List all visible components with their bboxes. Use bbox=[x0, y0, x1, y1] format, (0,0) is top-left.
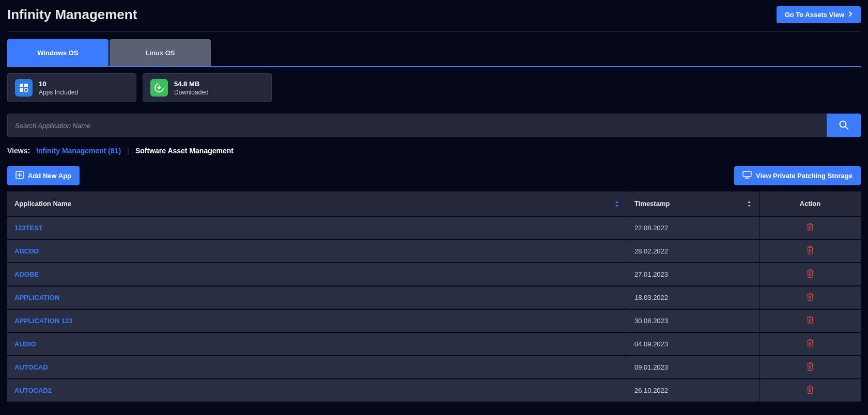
table-row: APPLICATION 12330.08.2023 bbox=[7, 309, 861, 332]
table-row: AUTOCAD09.01.2023 bbox=[7, 355, 861, 378]
table-row: ABCDD28.02.2022 bbox=[7, 239, 861, 262]
go-to-assets-button[interactable]: Go To Assets View bbox=[777, 6, 861, 23]
app-name-link[interactable]: 123TEST bbox=[14, 224, 43, 232]
go-to-assets-label: Go To Assets View bbox=[785, 11, 844, 19]
views-link-infinity[interactable]: Infinity Management (81) bbox=[36, 147, 121, 155]
table-row: AUDIO04.09.2023 bbox=[7, 332, 861, 355]
timestamp-cell: 09.01.2023 bbox=[627, 355, 760, 378]
th-timestamp-label: Timestamp bbox=[634, 200, 670, 207]
app-name-link[interactable]: AUTOCAD bbox=[14, 363, 48, 371]
page-title: Infinity Management bbox=[7, 7, 137, 23]
svg-rect-0 bbox=[20, 84, 23, 87]
timestamp-cell: 26.10.2022 bbox=[627, 378, 760, 402]
th-timestamp[interactable]: Timestamp bbox=[627, 191, 760, 216]
timestamp-cell: 18.03.2022 bbox=[627, 285, 760, 309]
search-input[interactable] bbox=[7, 114, 827, 137]
downloaded-label: Downloaded bbox=[174, 89, 209, 96]
actions-row: Add New App View Private Patching Storag… bbox=[7, 166, 861, 185]
trash-icon[interactable] bbox=[807, 246, 814, 254]
downloaded-value: 54.8 MB bbox=[174, 80, 209, 88]
views-separator: | bbox=[127, 147, 129, 155]
stat-apps-included: 10 Apps Included bbox=[7, 73, 136, 102]
tab-windows-label: Windows OS bbox=[37, 49, 78, 57]
storage-icon bbox=[742, 171, 752, 181]
table-row: APPLICATION18.03.2022 bbox=[7, 285, 861, 309]
timestamp-cell: 22.08.2022 bbox=[627, 216, 760, 239]
trash-icon[interactable] bbox=[807, 362, 814, 371]
app-name-link[interactable]: ADOBE bbox=[14, 270, 39, 278]
search-icon bbox=[839, 120, 849, 132]
chevron-right-icon bbox=[848, 11, 853, 19]
table-row: 123TEST22.08.2022 bbox=[7, 216, 861, 239]
apps-value: 10 bbox=[39, 80, 78, 88]
trash-icon[interactable] bbox=[807, 293, 814, 301]
trash-icon[interactable] bbox=[807, 339, 814, 347]
sort-icon[interactable] bbox=[614, 200, 619, 207]
views-row: Views: Infinity Management (81) | Softwa… bbox=[7, 147, 861, 155]
os-tabs: Windows OS Linux OS bbox=[7, 39, 861, 67]
views-label: Views: bbox=[7, 147, 30, 155]
stat-downloaded: 54.8 MB Downloaded bbox=[143, 73, 272, 102]
stats-row: 10 Apps Included 54.8 MB Downloaded bbox=[7, 73, 861, 102]
svg-rect-1 bbox=[24, 84, 28, 87]
add-new-app-label: Add New App bbox=[28, 172, 71, 180]
svg-point-3 bbox=[24, 88, 28, 92]
timestamp-cell: 30.08.2023 bbox=[627, 309, 760, 332]
search-row bbox=[7, 114, 861, 137]
th-action: Action bbox=[760, 191, 861, 216]
th-app-name-label: Application Name bbox=[14, 200, 71, 207]
trash-icon[interactable] bbox=[807, 316, 814, 324]
trash-icon[interactable] bbox=[807, 386, 814, 394]
table-row: AUTOCAD226.10.2022 bbox=[7, 378, 861, 402]
table-row: ADOBE27.01.2023 bbox=[7, 262, 861, 285]
applications-table: Application Name Timestamp bbox=[7, 191, 861, 402]
timestamp-cell: 28.02.2022 bbox=[627, 239, 760, 262]
svg-rect-10 bbox=[743, 171, 751, 177]
plus-square-icon bbox=[16, 171, 24, 181]
apps-label: Apps Included bbox=[39, 89, 78, 96]
view-private-patching-label: View Private Patching Storage bbox=[756, 172, 853, 180]
trash-icon[interactable] bbox=[807, 269, 814, 278]
page-header: Infinity Management Go To Assets View bbox=[7, 6, 861, 32]
tab-linux-os[interactable]: Linux OS bbox=[110, 39, 211, 66]
timestamp-cell: 27.01.2023 bbox=[627, 262, 760, 285]
app-name-link[interactable]: ABCDD bbox=[14, 247, 39, 255]
app-name-link[interactable]: APPLICATION bbox=[14, 294, 59, 301]
svg-line-6 bbox=[845, 126, 848, 129]
search-button[interactable] bbox=[827, 114, 861, 137]
timestamp-cell: 04.09.2023 bbox=[627, 332, 760, 355]
add-new-app-button[interactable]: Add New App bbox=[7, 166, 80, 185]
th-action-label: Action bbox=[800, 200, 820, 207]
apps-icon bbox=[15, 79, 33, 97]
trash-icon[interactable] bbox=[807, 223, 814, 231]
tab-linux-label: Linux OS bbox=[145, 49, 175, 57]
app-name-link[interactable]: AUTOCAD2 bbox=[14, 387, 52, 394]
download-icon bbox=[150, 79, 168, 97]
app-name-link[interactable]: APPLICATION 123 bbox=[14, 317, 72, 325]
app-name-link[interactable]: AUDIO bbox=[14, 340, 36, 348]
th-application-name[interactable]: Application Name bbox=[7, 191, 627, 216]
view-private-patching-button[interactable]: View Private Patching Storage bbox=[734, 166, 861, 185]
tab-windows-os[interactable]: Windows OS bbox=[7, 39, 109, 66]
views-link-sam[interactable]: Software Asset Management bbox=[135, 147, 234, 155]
sort-icon[interactable] bbox=[747, 200, 752, 207]
svg-rect-2 bbox=[20, 88, 23, 92]
